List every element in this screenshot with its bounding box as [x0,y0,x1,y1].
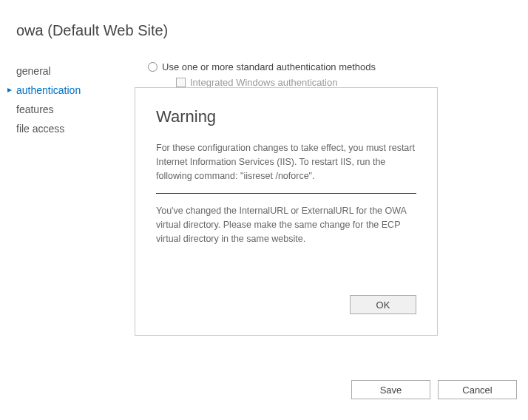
cancel-button[interactable]: Cancel [438,380,517,399]
bottom-bar: Save Cancel [351,380,517,399]
dialog-title: Warning [156,107,416,126]
dialog-message-1: For these configuration changes to take … [156,141,416,183]
dialog-divider [156,193,416,194]
sidebar-item-label: authentication [16,84,81,96]
dialog-buttons: OK [350,295,416,314]
sidebar-item-label: features [16,104,54,115]
dialog-message-2: You've changed the InternalURL or Extern… [156,204,416,245]
sidebar-item-label: general [16,65,51,77]
sidebar-item-features[interactable]: features [7,100,126,119]
auth-checkbox-row[interactable]: Integrated Windows authentication [176,77,528,88]
sidebar-item-general[interactable]: general [7,61,126,81]
page-title: owa (Default Web Site) [0,0,528,39]
warning-dialog: Warning For these configuration changes … [135,87,438,336]
checkbox-label: Integrated Windows authentication [190,77,337,88]
save-button[interactable]: Save [351,380,430,399]
sidebar: general authentication features file acc… [0,61,126,138]
sidebar-item-file-access[interactable]: file access [7,119,126,138]
radio-icon [148,62,158,72]
checkbox-icon [176,78,186,87]
sidebar-item-label: file access [16,123,64,135]
sidebar-item-authentication[interactable]: authentication [7,81,126,100]
auth-radio-row[interactable]: Use one or more standard authentication … [148,61,528,72]
ok-button[interactable]: OK [350,295,416,314]
radio-label: Use one or more standard authentication … [162,61,376,72]
